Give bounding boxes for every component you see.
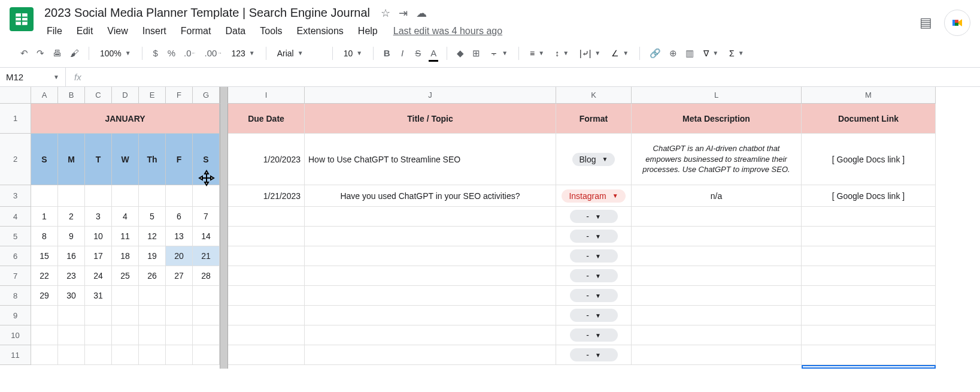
col-header[interactable]: M [802,87,936,104]
chart-button[interactable]: ▥ [682,44,697,62]
cell-doc-link[interactable]: [ Google Docs link ] [802,134,936,185]
font-size-select[interactable]: 10▼ [339,46,367,61]
cloud-icon[interactable]: ☁ [416,7,427,20]
col-header[interactable]: E [139,87,166,104]
day-header-tue[interactable]: T [85,134,112,185]
cell[interactable] [305,227,556,246]
calendar-cell[interactable]: 1 [31,207,58,227]
print-button[interactable]: 🖶 [49,44,65,62]
due-date-header[interactable]: Due Date [228,104,305,134]
merge-select[interactable]: ⫟▼ [485,46,512,61]
calendar-cell[interactable] [139,286,166,306]
title-header[interactable]: Title / Topic [305,104,556,134]
cell[interactable] [632,246,802,266]
cell[interactable] [632,266,802,286]
calendar-cell[interactable]: 26 [139,266,166,286]
calendar-cell[interactable] [139,345,166,365]
calendar-cell[interactable]: 2 [58,207,85,227]
cell[interactable] [802,345,936,365]
calendar-cell[interactable]: 29 [31,286,58,306]
cell-meta[interactable]: ChatGPT is an AI-driven chatbot that emp… [632,134,802,185]
calendar-cell[interactable] [58,306,85,325]
row-header[interactable]: 4 [0,207,31,227]
cell[interactable] [228,286,305,306]
calendar-cell[interactable]: 18 [112,246,139,266]
menu-view[interactable]: View [101,23,134,39]
calendar-cell[interactable] [85,306,112,325]
col-header[interactable]: B [58,87,85,104]
calendar-cell[interactable]: 24 [85,266,112,286]
link-button[interactable]: 🔗 [646,44,665,62]
cell-format[interactable]: -▼ [556,306,632,325]
format-chip-instagram[interactable]: Instagram▼ [562,189,625,203]
calendar-cell[interactable]: 12 [139,227,166,246]
calendar-cell[interactable] [58,325,85,345]
sheets-logo[interactable] [10,7,34,31]
percent-button[interactable]: % [164,44,179,62]
group-collapse-gap[interactable] [220,87,228,104]
cell[interactable] [632,306,802,325]
day-header-mon[interactable]: M [58,134,85,185]
calendar-cell[interactable] [31,306,58,325]
select-all-corner[interactable] [0,87,31,104]
menu-edit[interactable]: Edit [71,23,99,39]
cell[interactable] [305,286,556,306]
day-header-wed[interactable]: W [112,134,139,185]
calendar-cell[interactable]: 10 [85,227,112,246]
calendar-cell[interactable]: 19 [139,246,166,266]
calendar-cell[interactable]: 15 [31,246,58,266]
cell-format[interactable]: -▼ [556,207,632,227]
calendar-cell[interactable] [112,286,139,306]
link-header[interactable]: Document Link [802,104,936,134]
format-chip-blog[interactable]: Blog▼ [572,153,615,166]
font-select[interactable]: Arial▼ [272,46,326,61]
move-icon[interactable]: ⇥ [399,7,408,20]
cell[interactable] [228,227,305,246]
calendar-cell[interactable]: 3 [85,207,112,227]
menu-help[interactable]: Help [352,23,384,39]
calendar-cell[interactable]: 28 [193,266,220,286]
formula-input[interactable] [90,68,980,86]
format-chip-empty[interactable]: -▼ [570,210,618,223]
cell[interactable] [632,227,802,246]
format-chip-empty[interactable]: -▼ [570,348,618,361]
calendar-cell[interactable] [85,325,112,345]
format-chip-empty[interactable]: -▼ [570,328,618,342]
strikethrough-button[interactable]: S [411,44,425,62]
cell-title[interactable]: How to Use ChatGPT to Streamline SEO [305,134,556,185]
cell[interactable] [228,266,305,286]
cell[interactable] [228,246,305,266]
cell[interactable] [632,286,802,306]
star-icon[interactable]: ☆ [381,7,390,20]
calendar-cell[interactable] [193,325,220,345]
calendar-cell[interactable]: 6 [166,207,193,227]
row-header[interactable]: 6 [0,246,31,266]
day-header-sat[interactable]: S [193,134,220,185]
rotate-select[interactable]: ∠▼ [606,46,633,61]
cell[interactable] [85,185,112,207]
calendar-cell[interactable]: 22 [31,266,58,286]
cell-due-date[interactable]: 1/21/2023 [228,185,305,207]
day-header-fri[interactable]: F [166,134,193,185]
calendar-cell[interactable] [112,345,139,365]
calendar-cell[interactable]: 21 [193,246,220,266]
calendar-cell[interactable] [193,345,220,365]
row-header[interactable]: 7 [0,266,31,286]
col-header[interactable]: C [85,87,112,104]
comment-button[interactable]: ⊕ [666,44,681,62]
calendar-cell[interactable] [166,345,193,365]
calendar-cell[interactable]: 14 [193,227,220,246]
cell[interactable] [139,185,166,207]
calendar-cell[interactable]: 4 [112,207,139,227]
calendar-cell[interactable]: 17 [85,246,112,266]
valign-select[interactable]: ↕▼ [550,46,574,61]
redo-button[interactable]: ↷ [33,44,48,62]
cell-format[interactable]: -▼ [556,266,632,286]
last-edit-link[interactable]: Last edit was 4 hours ago [393,26,502,37]
col-header[interactable]: L [632,87,802,104]
selected-cell-m12[interactable] [802,365,936,369]
calendar-cell[interactable]: 20 [166,246,193,266]
doc-title[interactable]: 2023 Social Media Planner Template | Sea… [41,5,374,21]
menu-data[interactable]: Data [219,23,251,39]
fill-color-button[interactable]: ◆ [453,44,468,62]
